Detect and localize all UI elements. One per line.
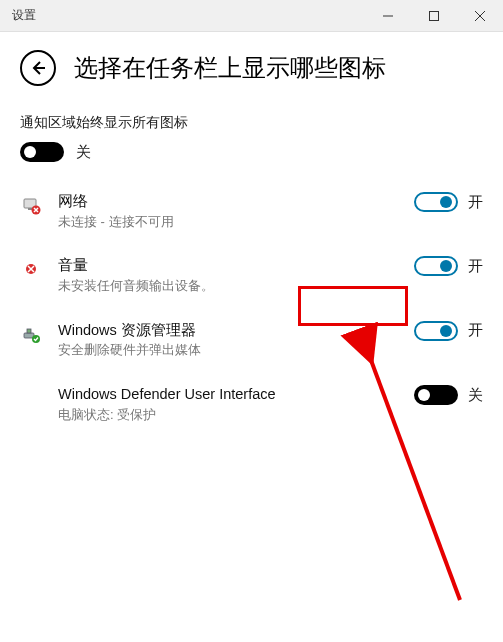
list-item: Windows 资源管理器 安全删除硬件并弹出媒体 开 xyxy=(20,321,483,359)
window-controls xyxy=(365,0,503,32)
svg-rect-5 xyxy=(28,208,32,210)
window-titlebar: 设置 xyxy=(0,0,503,32)
content-area: 通知区域始终显示所有图标 关 网络 未连接 - 连接不可用 开 xyxy=(0,100,503,424)
item-toggle[interactable] xyxy=(414,256,458,276)
page-title: 选择在任务栏上显示哪些图标 xyxy=(74,52,386,84)
list-item: 音量 未安装任何音频输出设备。 开 xyxy=(20,256,483,294)
item-toggle-group: 开 xyxy=(414,192,483,212)
item-title: 音量 xyxy=(58,256,406,276)
item-title: Windows Defender User Interface xyxy=(58,385,406,405)
master-toggle[interactable] xyxy=(20,142,64,162)
arrow-left-icon xyxy=(29,59,47,77)
window-title: 设置 xyxy=(0,7,36,24)
item-sub: 未连接 - 连接不可用 xyxy=(58,214,406,231)
minimize-button[interactable] xyxy=(365,0,411,32)
maximize-button[interactable] xyxy=(411,0,457,32)
page-header: 选择在任务栏上显示哪些图标 xyxy=(0,32,503,100)
network-icon xyxy=(20,194,42,216)
item-text: 网络 未连接 - 连接不可用 xyxy=(58,192,414,230)
item-toggle[interactable] xyxy=(414,321,458,341)
item-toggle[interactable] xyxy=(414,385,458,405)
item-state-label: 关 xyxy=(468,386,483,405)
item-text: Windows Defender User Interface 电脑状态: 受保… xyxy=(58,385,414,423)
item-title: 网络 xyxy=(58,192,406,212)
item-sub: 未安装任何音频输出设备。 xyxy=(58,278,406,295)
item-toggle-group: 开 xyxy=(414,321,483,341)
item-toggle-group: 关 xyxy=(414,385,483,405)
master-label: 通知区域始终显示所有图标 xyxy=(20,114,483,132)
volume-icon xyxy=(20,258,42,280)
item-state-label: 开 xyxy=(468,257,483,276)
list-item: 网络 未连接 - 连接不可用 开 xyxy=(20,192,483,230)
close-button[interactable] xyxy=(457,0,503,32)
item-state-label: 开 xyxy=(468,193,483,212)
master-toggle-row: 关 xyxy=(20,142,483,162)
item-title: Windows 资源管理器 xyxy=(58,321,406,341)
item-toggle-group: 开 xyxy=(414,256,483,276)
master-state-label: 关 xyxy=(76,143,91,162)
item-sub: 安全删除硬件并弹出媒体 xyxy=(58,342,406,359)
svg-rect-1 xyxy=(430,11,439,20)
explorer-icon xyxy=(20,323,42,345)
item-toggle[interactable] xyxy=(414,192,458,212)
item-state-label: 开 xyxy=(468,321,483,340)
svg-rect-9 xyxy=(27,329,31,333)
item-text: 音量 未安装任何音频输出设备。 xyxy=(58,256,414,294)
back-button[interactable] xyxy=(20,50,56,86)
item-sub: 电脑状态: 受保护 xyxy=(58,407,406,424)
item-text: Windows 资源管理器 安全删除硬件并弹出媒体 xyxy=(58,321,414,359)
defender-icon xyxy=(20,387,42,409)
list-item: Windows Defender User Interface 电脑状态: 受保… xyxy=(20,385,483,423)
